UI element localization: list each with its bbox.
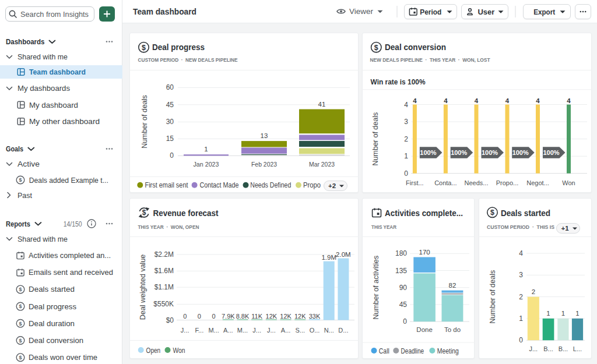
svg-text:12K: 12K: [294, 313, 306, 320]
svg-text:$0: $0: [166, 316, 174, 324]
svg-text:Propo: Propo: [303, 181, 321, 189]
svg-text:1: 1: [519, 314, 523, 323]
svg-text:Number of deals: Number of deals: [141, 95, 149, 149]
svg-text:O...: O...: [310, 327, 320, 334]
svg-text:B...: B...: [543, 345, 553, 352]
svg-text:First...: First...: [406, 179, 424, 186]
svg-text:45: 45: [399, 301, 408, 309]
svg-text:30: 30: [166, 118, 174, 126]
svg-text:100%: 100%: [482, 149, 498, 156]
svg-text:Won: Won: [562, 179, 575, 186]
svg-text:33K: 33K: [309, 313, 321, 320]
svg-text:12K: 12K: [280, 313, 292, 320]
svg-text:4: 4: [567, 97, 571, 104]
svg-text:Mar 2023: Mar 2023: [309, 161, 335, 168]
svg-text:4: 4: [444, 97, 448, 104]
svg-text:$: $: [19, 321, 22, 327]
svg-text:60: 60: [166, 83, 174, 91]
svg-text:Needs Defined: Needs Defined: [250, 181, 291, 189]
svg-text:To do: To do: [444, 326, 461, 333]
svg-text:4: 4: [404, 101, 408, 109]
svg-text:$1.6M: $1.6M: [154, 267, 174, 275]
svg-text:1: 1: [404, 152, 408, 160]
svg-text:$: $: [19, 355, 22, 361]
svg-text:F...: F...: [195, 327, 204, 334]
svg-text:S...: S...: [296, 327, 305, 334]
svg-text:4: 4: [536, 97, 540, 104]
svg-text:2: 2: [404, 135, 408, 143]
svg-text:D...: D...: [338, 327, 348, 334]
svg-text:100%: 100%: [451, 149, 467, 156]
svg-text:Open: Open: [146, 347, 161, 355]
svg-text:45: 45: [166, 101, 174, 109]
svg-text:Active: Active: [17, 160, 40, 168]
svg-text:41: 41: [318, 101, 326, 108]
svg-text:M...: M...: [208, 327, 219, 334]
svg-text:Deal weighted value: Deal weighted value: [139, 255, 147, 320]
svg-text:Shared with me: Shared with me: [17, 235, 68, 243]
svg-text:Win rate is 100%: Win rate is 100%: [371, 77, 426, 86]
svg-text:$: $: [19, 287, 22, 292]
svg-text:Deals won over time: Deals won over time: [29, 354, 97, 362]
svg-text:14/150: 14/150: [64, 220, 82, 228]
svg-text:180: 180: [395, 249, 407, 257]
svg-text:2: 2: [519, 293, 523, 301]
svg-text:L...: L...: [573, 345, 582, 352]
svg-text:Feb 2023: Feb 2023: [251, 161, 277, 168]
svg-text:Deadline: Deadline: [401, 347, 424, 355]
svg-text:100%: 100%: [512, 149, 529, 156]
svg-text:J...: J...: [252, 327, 261, 334]
svg-text:Deals started: Deals started: [29, 285, 75, 294]
svg-text:N...: N...: [324, 327, 334, 334]
svg-text:4: 4: [413, 97, 417, 104]
svg-text:4: 4: [519, 249, 523, 257]
svg-text:13: 13: [261, 132, 268, 139]
svg-text:Emails sent and received: Emails sent and received: [29, 268, 113, 277]
svg-text:3: 3: [404, 118, 408, 126]
svg-text:Shared with me: Shared with me: [17, 53, 68, 61]
svg-text:0: 0: [170, 151, 174, 160]
svg-text:Jan 2023: Jan 2023: [194, 161, 219, 168]
svg-text:0: 0: [183, 313, 187, 320]
svg-text:My other dashboard: My other dashboard: [29, 118, 100, 126]
svg-text:$: $: [19, 338, 22, 344]
svg-text:1: 1: [575, 310, 579, 317]
svg-text:12K: 12K: [266, 313, 278, 320]
svg-text:J...: J...: [267, 327, 276, 334]
svg-text:A...: A...: [223, 327, 233, 334]
svg-text:135: 135: [395, 267, 407, 275]
svg-text:Past: Past: [17, 192, 33, 200]
svg-text:7.9K: 7.9K: [222, 313, 235, 320]
svg-text:Number of deals: Number of deals: [489, 270, 497, 324]
svg-text:$: $: [19, 303, 22, 309]
svg-text:1.9M: 1.9M: [321, 254, 336, 261]
svg-text:0: 0: [403, 317, 407, 326]
svg-text:Meeting: Meeting: [437, 347, 459, 355]
svg-text:0: 0: [198, 313, 201, 320]
svg-text:Team dashboard: Team dashboard: [29, 68, 86, 76]
svg-text:Viewer: Viewer: [349, 7, 374, 16]
svg-text:Contact Made: Contact Made: [199, 181, 238, 189]
svg-text:$2.2M: $2.2M: [154, 250, 174, 259]
svg-text:Conta...: Conta...: [434, 179, 457, 186]
svg-text:Propo...: Propo...: [496, 179, 519, 186]
svg-text:A...: A...: [281, 327, 291, 334]
svg-text:Goals: Goals: [6, 145, 23, 153]
svg-text:11K: 11K: [251, 313, 262, 320]
svg-text:4: 4: [475, 97, 479, 104]
svg-text:Activities completed an...: Activities completed an...: [29, 252, 111, 260]
svg-text:170: 170: [419, 249, 430, 256]
svg-text:My dashboards: My dashboards: [17, 84, 70, 93]
svg-text:Needs...: Needs...: [465, 179, 489, 186]
svg-text:Reports: Reports: [6, 220, 30, 228]
svg-text:100%: 100%: [420, 149, 436, 156]
svg-text:Won: Won: [173, 347, 185, 355]
svg-text:B...: B...: [559, 345, 568, 352]
svg-text:82: 82: [449, 282, 456, 289]
svg-text:Deal duration: Deal duration: [29, 320, 75, 328]
svg-text:15: 15: [166, 135, 174, 143]
svg-text:0: 0: [212, 313, 216, 320]
svg-text:Negot...: Negot...: [526, 179, 549, 186]
svg-text:My dashboard: My dashboard: [29, 101, 78, 109]
svg-text:M...: M...: [237, 327, 248, 334]
